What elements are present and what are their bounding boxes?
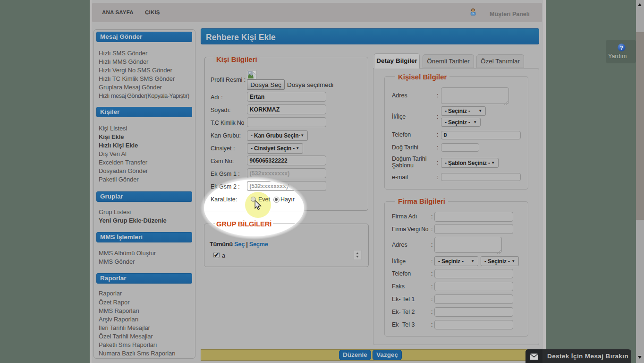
svg-text:?: ? [620,45,623,51]
